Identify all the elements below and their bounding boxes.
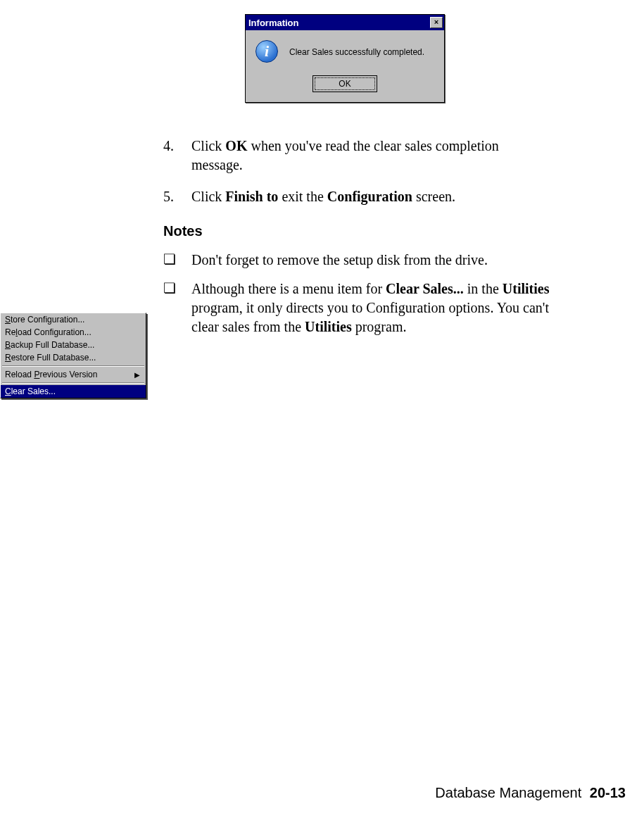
menu-item-restore-full-database[interactable]: Restore Full Database... — [1, 351, 146, 364]
note-text: Although there is a menu item for Clear … — [191, 279, 553, 336]
footer-chapter: Database Management — [435, 785, 581, 800]
menu-separator — [2, 382, 144, 384]
step-4: 4. Click OK when you've read the clear s… — [163, 137, 553, 175]
step-text: Click OK when you've read the clear sale… — [191, 137, 553, 175]
ok-button[interactable]: OK — [312, 75, 377, 92]
close-button[interactable]: × — [430, 17, 443, 28]
information-dialog: Information × i Clear Sales successfully… — [245, 14, 445, 103]
menu-item-reload-configuration[interactable]: Reload Configuration... — [1, 326, 146, 339]
info-glyph: i — [255, 40, 278, 63]
menu-item-store-configuration[interactable]: Store Configuration... — [1, 313, 146, 326]
dialog-body: i Clear Sales successfully completed. OK — [246, 30, 444, 102]
dialog-message: Clear Sales successfully completed. — [289, 47, 424, 57]
step-text: Click Finish to exit the Configuration s… — [191, 187, 553, 206]
menu-item-reload-previous-version[interactable]: Reload Previous Version ▶ — [1, 368, 146, 381]
footer-page: 20-13 — [590, 785, 626, 800]
step-number: 5. — [163, 187, 182, 206]
note-bullet: ❏ — [163, 251, 182, 270]
menu-separator — [2, 365, 144, 367]
menu-item-backup-full-database[interactable]: Backup Full Database... — [1, 339, 146, 351]
page-footer: Database Management 20-13 — [435, 785, 626, 801]
step-5: 5. Click Finish to exit the Configuratio… — [163, 187, 553, 206]
menu-item-clear-sales[interactable]: Clear Sales... — [1, 385, 146, 398]
body-copy: 4. Click OK when you've read the clear s… — [163, 137, 553, 346]
context-menu: Store Configuration... Reload Configurat… — [0, 313, 146, 398]
info-icon: i — [255, 40, 279, 64]
step-number: 4. — [163, 137, 182, 175]
note-2: ❏ Although there is a menu item for Clea… — [163, 279, 553, 336]
note-bullet: ❏ — [163, 279, 182, 336]
note-1: ❏ Don't forget to remove the setup disk … — [163, 251, 553, 270]
dialog-title: Information — [248, 18, 430, 28]
notes-heading: Notes — [163, 222, 553, 241]
submenu-arrow-icon: ▶ — [134, 371, 140, 379]
note-text: Don't forget to remove the setup disk fr… — [191, 251, 553, 270]
dialog-message-row: i Clear Sales successfully completed. — [253, 40, 437, 64]
dialog-titlebar: Information × — [246, 15, 444, 30]
